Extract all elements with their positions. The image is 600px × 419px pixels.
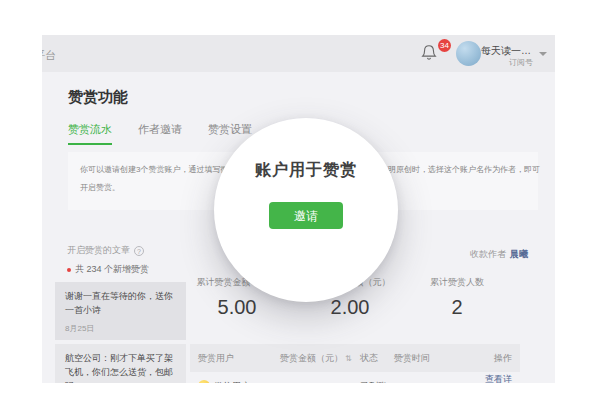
stat-value: 2 (395, 296, 519, 319)
platform-brand-text: 平台 (42, 48, 56, 63)
tab-author-invite[interactable]: 作者邀请 (138, 122, 182, 145)
table-header-status: 状态 (360, 352, 394, 365)
sort-icon[interactable]: ⇅ (345, 354, 352, 363)
page-title: 赞赏功能 (68, 88, 128, 107)
red-dot-icon (67, 268, 71, 272)
help-icon[interactable]: ? (134, 246, 144, 256)
table-row: 微信用户 2.00 已到账 2018-08-25 查看详情 (190, 373, 520, 383)
payee-label: 收款作者 (470, 249, 506, 259)
table-cell-status: 已到账 (360, 380, 394, 384)
account-avatar[interactable] (456, 41, 481, 66)
notification-count-badge[interactable]: 34 (438, 39, 451, 52)
new-reward-count-label: 共 234 个新增赞赏 (75, 263, 149, 276)
article-title: 谢谢一直在等待的你，送你一首小诗 (65, 290, 176, 318)
top-bar: 平台 34 每天读一… 订阅号 (42, 35, 555, 72)
tab-reward-flow[interactable]: 赞赏流水 (68, 122, 112, 145)
user-avatar-icon (198, 380, 210, 383)
article-title: 航空公司：刚才下单买了架飞机，你们怎么送货，包邮吗？ (65, 352, 176, 383)
table-header-time: 赞赏时间 (394, 352, 480, 365)
table-header-amount[interactable]: 赞赏金额（元）⇅ (280, 352, 360, 365)
article-list-item[interactable]: 航空公司：刚才下单买了架飞机，你们怎么送货，包邮吗？ (55, 344, 186, 383)
stat-label: 累计赞赏人数 (395, 276, 519, 289)
table-header-user: 赞赏用户 (198, 352, 280, 365)
user-name-text: 微信用户 (214, 380, 250, 384)
sidebar-header-label: 开启赞赏的文章 (67, 244, 130, 257)
table-header-row: 赞赏用户 赞赏金额（元）⇅ 状态 赞赏时间 操作 (190, 344, 520, 372)
account-type-label: 订阅号 (509, 57, 533, 68)
invite-button[interactable]: 邀请 (269, 202, 343, 229)
table-header-amount-label: 赞赏金额（元） (280, 353, 343, 363)
tab-bar: 赞赏流水 作者邀请 赞赏设置 (68, 122, 252, 145)
article-date: 8月25日 (65, 323, 176, 334)
magnified-text: 账户用于赞赏 (255, 160, 357, 181)
article-list-item[interactable]: 谢谢一直在等待的你，送你一首小诗 8月25日 (55, 282, 186, 340)
chevron-down-icon[interactable] (539, 52, 547, 56)
table-header-actions: 操作 (480, 352, 512, 365)
account-name[interactable]: 每天读一… (481, 44, 533, 58)
payee-row: 收款作者晨曦 (470, 248, 528, 261)
table-cell-amount: 2.00 (280, 381, 360, 383)
screenshot-stage: 平台 34 每天读一… 订阅号 赞赏功能 赞赏流水 作者邀请 赞赏设置 你可以邀… (0, 0, 600, 419)
banner-text-line2: 开启赞赏。 (80, 182, 120, 193)
stat-total-reward-people: 累计赞赏人数 2 (395, 276, 519, 319)
table-cell-user: 微信用户 (198, 380, 280, 384)
table-cell-action[interactable]: 查看详情 (480, 373, 512, 383)
article-sidebar: 开启赞赏的文章 ? 共 234 个新增赞赏 谢谢一直在等待的你，送你一首小诗 8… (55, 240, 186, 383)
table-cell-time: 2018-08-25 (394, 381, 480, 383)
stat-value: 5.00 (175, 296, 299, 319)
sidebar-header: 开启赞赏的文章 ? (67, 244, 144, 257)
payee-name[interactable]: 晨曦 (510, 249, 528, 259)
new-reward-count: 共 234 个新增赞赏 (67, 263, 149, 276)
magnifier-spotlight: 账户用于赞赏 邀请 (214, 118, 398, 302)
